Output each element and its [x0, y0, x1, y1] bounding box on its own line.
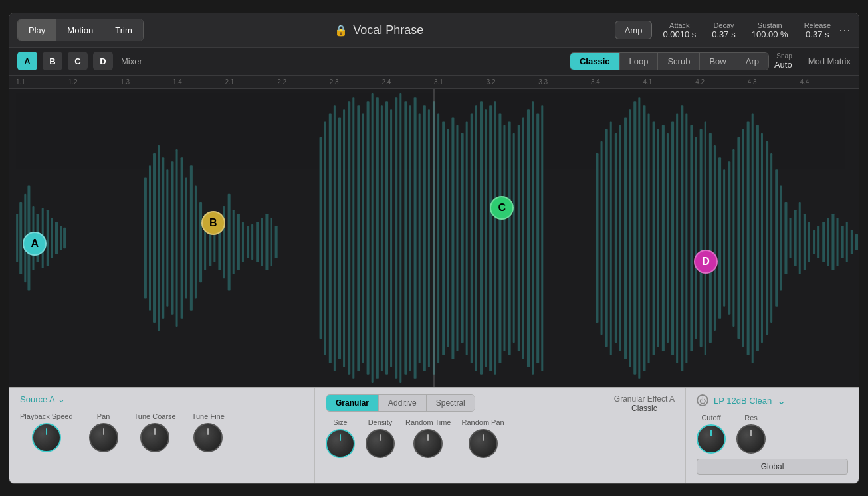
marker-c[interactable]: C	[490, 196, 514, 220]
svg-rect-73	[466, 121, 468, 355]
segment-b-button[interactable]: B	[43, 52, 62, 70]
svg-rect-133	[799, 201, 801, 274]
mode-arp-tab[interactable]: Arp	[736, 53, 768, 70]
svg-rect-109	[685, 113, 687, 363]
svg-rect-75	[475, 105, 477, 371]
mixer-button[interactable]: Mixer	[121, 56, 142, 66]
svg-rect-41	[275, 226, 278, 258]
size-knob[interactable]	[326, 429, 355, 458]
svg-rect-12	[63, 227, 66, 248]
sample-title: Vocal Phrase	[353, 23, 423, 37]
svg-rect-64	[423, 105, 426, 371]
svg-rect-131	[790, 218, 792, 258]
attack-display: Attack 0.0010 s	[663, 21, 696, 39]
release-label: Release	[804, 21, 831, 29]
motion-button[interactable]: Motion	[56, 19, 104, 41]
cutoff-label: Cutoff	[701, 414, 720, 422]
svg-rect-120	[737, 137, 740, 338]
marker-b[interactable]: B	[201, 211, 225, 235]
mode-loop-tab[interactable]: Loop	[620, 53, 659, 70]
adsr-section: Attack 0.0010 s Decay 0.37 s Sustain 100…	[663, 21, 831, 39]
playback-speed-knob[interactable]	[32, 423, 61, 452]
attack-value: 0.0010 s	[663, 29, 696, 39]
sustain-value: 100.00 %	[752, 29, 788, 39]
source-chevron[interactable]: ⌄	[58, 394, 65, 404]
trim-button[interactable]: Trim	[104, 19, 143, 41]
mode-scrub-tab[interactable]: Scrub	[658, 53, 700, 70]
svg-rect-90	[596, 153, 598, 323]
global-button[interactable]: Global	[697, 459, 848, 475]
svg-rect-103	[657, 129, 659, 347]
svg-rect-118	[728, 161, 730, 315]
svg-rect-19	[171, 161, 173, 315]
waveform-svg	[9, 89, 859, 387]
svg-rect-93	[610, 121, 612, 355]
additive-tab[interactable]: Additive	[379, 395, 427, 411]
mod-matrix-button[interactable]: Mod Matrix	[808, 56, 851, 66]
res-group: Res	[736, 414, 766, 454]
svg-rect-102	[653, 121, 655, 355]
cutoff-knob[interactable]	[697, 424, 726, 454]
pan-knob[interactable]	[89, 423, 118, 452]
random-time-label: Random Time	[405, 418, 451, 426]
segment-a-button[interactable]: A	[17, 52, 37, 70]
res-knob[interactable]	[736, 424, 766, 454]
ruler-mark-44: 4.4	[800, 78, 852, 86]
marker-d[interactable]: D	[694, 250, 718, 274]
svg-rect-16	[158, 145, 160, 330]
svg-rect-82	[508, 121, 511, 355]
marker-a[interactable]: A	[23, 232, 47, 256]
svg-rect-130	[784, 201, 787, 274]
snap-value[interactable]: Auto	[774, 60, 792, 70]
svg-rect-21	[181, 157, 183, 319]
random-time-knob[interactable]	[413, 429, 443, 458]
svg-rect-92	[605, 129, 608, 347]
play-button[interactable]: Play	[18, 19, 56, 41]
svg-rect-144	[851, 230, 853, 254]
ruler: 1.1 1.2 1.3 1.4 2.1 2.2 2.3 2.4 3.1 3.2 …	[9, 76, 859, 89]
filter-chevron[interactable]: ⌄	[777, 394, 786, 407]
filter-power-button[interactable]: ⏻	[697, 394, 708, 406]
filter-section: ⏻ LP 12dB Clean ⌄ Cutoff Res Global	[686, 388, 859, 483]
amp-button[interactable]: Amp	[615, 21, 653, 39]
svg-rect-108	[681, 105, 683, 371]
sustain-label: Sustain	[758, 21, 782, 29]
svg-rect-126	[766, 141, 768, 334]
spectral-tab[interactable]: Spectral	[427, 395, 475, 411]
svg-rect-85	[522, 117, 524, 359]
filter-header: ⏻ LP 12dB Clean ⌄	[697, 394, 848, 407]
source-section: Source A ⌄ Playback Speed Pan Tune Coars…	[9, 388, 315, 483]
svg-rect-67	[437, 113, 439, 363]
svg-rect-55	[381, 105, 383, 371]
segment-c-button[interactable]: C	[68, 52, 88, 70]
mode-bow-tab[interactable]: Bow	[700, 53, 736, 70]
density-knob[interactable]	[366, 429, 395, 458]
pan-group: Pan	[89, 412, 118, 452]
tune-coarse-knob[interactable]	[140, 423, 169, 452]
random-pan-knob[interactable]	[469, 429, 498, 458]
ruler-mark-12: 1.2	[68, 78, 121, 86]
svg-rect-33	[237, 214, 240, 270]
svg-rect-54	[376, 97, 379, 379]
ruler-mark-24: 2.4	[381, 78, 434, 86]
svg-rect-141	[837, 218, 839, 266]
mode-classic-tab[interactable]: Classic	[570, 53, 620, 70]
granular-tabs: Granular Additive Spectral	[326, 394, 475, 412]
waveform-canvas[interactable]: A B C D	[9, 89, 859, 387]
svg-rect-22	[185, 177, 187, 298]
svg-rect-11	[60, 226, 62, 250]
segment-d-button[interactable]: D	[93, 52, 113, 70]
svg-rect-119	[732, 149, 734, 327]
ruler-mark-13: 1.3	[120, 78, 173, 86]
random-pan-label: Random Pan	[461, 418, 504, 426]
svg-rect-110	[690, 125, 693, 351]
more-button[interactable]: ⋯	[839, 23, 851, 37]
svg-rect-134	[804, 214, 806, 270]
decay-value: 0.37 s	[712, 29, 735, 39]
tune-fine-knob[interactable]	[193, 423, 223, 452]
svg-rect-107	[676, 113, 678, 363]
svg-rect-10	[55, 222, 58, 254]
svg-rect-129	[780, 185, 782, 290]
granular-tab[interactable]: Granular	[326, 395, 379, 411]
svg-rect-47	[343, 109, 345, 367]
